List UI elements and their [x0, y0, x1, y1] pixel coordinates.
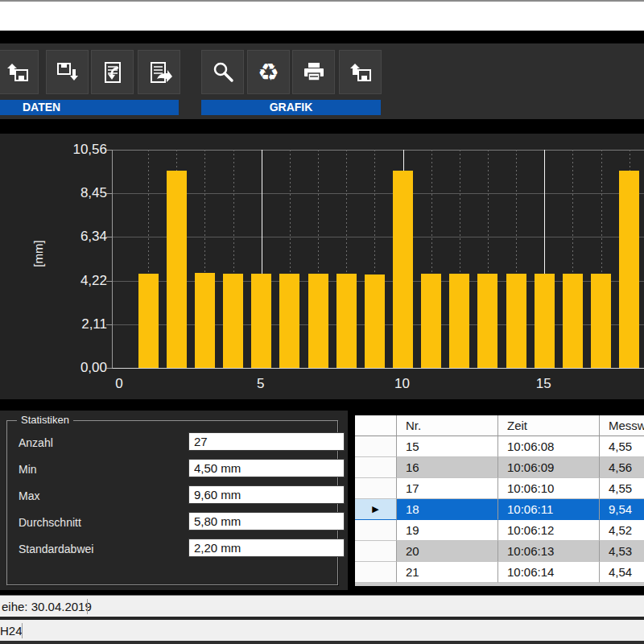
- chart-y-tick-mark: [106, 237, 112, 237]
- chart-bar: [421, 274, 441, 368]
- table-row-header[interactable]: [355, 541, 397, 562]
- table-row[interactable]: 2010:06:134,53: [355, 541, 644, 562]
- stat-label-min: Min: [19, 461, 37, 477]
- chart-gridline-h: [113, 150, 644, 151]
- table-cell[interactable]: 10:06:12: [498, 520, 600, 541]
- table-cell[interactable]: 4,52: [600, 520, 644, 541]
- chart-bar: [138, 274, 159, 368]
- chart-gridline-h: [113, 237, 644, 237]
- table-row[interactable]: 1510:06:084,55: [355, 436, 644, 457]
- table-row[interactable]: 1910:06:124,52: [355, 520, 644, 541]
- chart-y-tick-mark: [106, 150, 112, 151]
- chart-bar: [336, 274, 357, 368]
- table-row-header[interactable]: [355, 520, 397, 541]
- table-row-header[interactable]: [355, 478, 397, 499]
- chart-plot-area: [112, 150, 644, 369]
- table-header-messwert[interactable]: Messwert: [600, 415, 644, 436]
- table-cell[interactable]: 18: [397, 499, 498, 520]
- chart-y-tick-mark: [106, 324, 112, 325]
- status-bar-series: eihe: 30.04.2019: [0, 595, 644, 617]
- chart-y-axis-title: [mm]: [31, 228, 49, 279]
- table-cell[interactable]: 20: [397, 541, 498, 562]
- chart-bar: [393, 171, 413, 368]
- chart-bar: [619, 171, 639, 368]
- table-row[interactable]: ▶1810:06:119,54: [355, 499, 644, 520]
- table-cell[interactable]: 9,54: [600, 499, 644, 520]
- stat-value-anzahl[interactable]: [188, 432, 345, 451]
- chart-x-tick-label: 0: [101, 376, 137, 392]
- export-disk-icon: [348, 60, 374, 85]
- table-partial-row: [355, 583, 644, 586]
- export-document-icon: [147, 60, 172, 85]
- stat-label-anzahl: Anzahl: [19, 435, 53, 451]
- table-cell[interactable]: 4,54: [600, 562, 644, 583]
- table-cell[interactable]: 10:06:09: [498, 457, 600, 478]
- chart-bar: [365, 275, 385, 368]
- stat-value-durchschnitt[interactable]: [188, 512, 345, 530]
- print-button[interactable]: [292, 50, 335, 94]
- table-row-header[interactable]: [355, 562, 397, 583]
- table-header-row: Nr. Zeit Messwert: [355, 415, 644, 436]
- measurements-table: Nr. Zeit Messwert 1510:06:084,551610:06:…: [355, 415, 644, 586]
- table-header-zeit[interactable]: Zeit: [498, 415, 600, 436]
- chart-x-tick-label: 5: [243, 376, 279, 392]
- print-icon: [301, 60, 327, 85]
- table-row[interactable]: 1710:06:104,55: [355, 478, 644, 499]
- chart-bar: [167, 171, 187, 368]
- statistics-panel: Statistiken AnzahlMinMaxDurchschnittStan…: [0, 411, 348, 590]
- load-disk-button[interactable]: [0, 50, 39, 94]
- statistics-groupbox: Statistiken AnzahlMinMaxDurchschnittStan…: [6, 420, 338, 585]
- table-cell[interactable]: 19: [397, 520, 498, 541]
- chart-bar: [223, 274, 243, 368]
- chart-bar: [591, 274, 611, 368]
- chart-y-tick-label: 2,11: [49, 316, 107, 332]
- table-row[interactable]: 2110:06:144,54: [355, 562, 644, 583]
- table-row-header[interactable]: [355, 436, 397, 457]
- save-disk-button[interactable]: [46, 50, 89, 94]
- table-header-nr[interactable]: Nr.: [397, 415, 498, 436]
- export-document-button[interactable]: [138, 50, 180, 94]
- table-corner-cell: [355, 415, 397, 436]
- status-series-date: eihe: 30.04.2019: [2, 596, 92, 617]
- table-cell[interactable]: 10:06:14: [498, 562, 600, 583]
- status-separator: [87, 599, 88, 614]
- zoom-button[interactable]: [201, 50, 244, 94]
- table-cell[interactable]: 4,53: [600, 541, 644, 562]
- chart-x-tick-label: 10: [385, 376, 420, 392]
- chart-bar: [195, 273, 215, 368]
- table-current-row-marker[interactable]: ▶: [355, 499, 397, 520]
- stat-value-min[interactable]: [188, 459, 345, 477]
- table-cell[interactable]: 10:06:10: [498, 478, 600, 499]
- table-cell[interactable]: 4,56: [600, 457, 644, 478]
- table-cell[interactable]: 21: [397, 562, 498, 583]
- table-cell[interactable]: 16: [397, 457, 498, 478]
- stat-value-standardabwei[interactable]: [188, 539, 345, 557]
- chart-y-tick-label: 10,56: [49, 142, 107, 158]
- refresh-button[interactable]: ♻: [247, 50, 290, 94]
- status-device-id: H24: [0, 620, 23, 641]
- import-document-icon: [100, 60, 126, 85]
- chart-y-tick-label: 0,00: [49, 360, 107, 376]
- import-document-button[interactable]: [91, 50, 134, 94]
- toolbar-group-daten-label: DATEN: [0, 100, 179, 115]
- chart-y-tick-mark: [106, 193, 112, 194]
- table-cell[interactable]: 4,55: [600, 478, 644, 499]
- save-disk-icon: [55, 60, 80, 85]
- export-disk-button[interactable]: [339, 50, 382, 94]
- table-cell[interactable]: 10:06:11: [498, 499, 600, 520]
- table-cell[interactable]: 15: [397, 436, 498, 457]
- chart-bar: [449, 274, 469, 368]
- statistics-groupbox-legend: Statistiken: [17, 414, 73, 426]
- table-cell[interactable]: 10:06:08: [498, 436, 600, 457]
- table-cell[interactable]: 10:06:13: [498, 541, 600, 562]
- chart-bar: [535, 274, 555, 368]
- app-window: ♻ DATEN GRAFIK: [0, 0, 644, 644]
- chart-y-tick-mark: [106, 368, 112, 369]
- table-row-header[interactable]: [355, 457, 397, 478]
- table-cell[interactable]: 17: [397, 478, 498, 499]
- stat-value-max[interactable]: [188, 485, 345, 504]
- table-cell[interactable]: 4,55: [600, 436, 644, 457]
- chart-bar: [506, 274, 526, 368]
- table-row[interactable]: 1610:06:094,56: [355, 457, 644, 478]
- load-disk-icon: [5, 60, 31, 85]
